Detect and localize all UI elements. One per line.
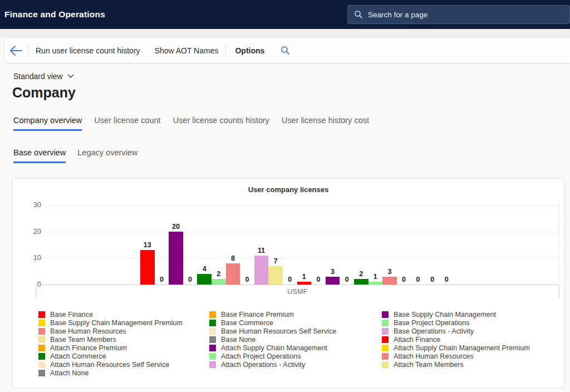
bar-slot: 0: [411, 276, 425, 285]
bar-slot: 2: [212, 270, 226, 285]
legend-swatch: [38, 353, 45, 360]
x-axis-category-label: USMF: [287, 288, 308, 296]
search-placeholder: Search for a page: [368, 11, 428, 19]
legend-label: Base Supply Chain Management Premium: [50, 319, 183, 327]
view-selector-dropdown[interactable]: Standard view: [13, 72, 74, 81]
bar: [140, 250, 155, 285]
tab-company-overview[interactable]: Company overview: [13, 116, 82, 131]
bar-slot: 0: [439, 276, 454, 285]
legend-label: Base Team Members: [50, 336, 116, 344]
bar-value-label: 0: [345, 276, 349, 284]
bar-value-label: 0: [160, 276, 164, 284]
legend-item: Attach Supply Chain Management Premium: [382, 344, 530, 352]
run-user-license-count-history-button[interactable]: Run user license count history: [29, 46, 147, 55]
bar-slot: 0: [155, 276, 169, 285]
bar-value-label: 1: [374, 273, 377, 281]
bar: [326, 277, 340, 285]
back-button[interactable]: [4, 45, 28, 57]
bar-slot: 0: [425, 276, 440, 285]
legend-item: Attach Human Resources Self Service: [38, 360, 209, 369]
bar-value-label: 0: [416, 276, 420, 284]
plot-right-border: [559, 201, 559, 285]
bar-slot: 0: [240, 276, 254, 285]
legend-item: Base Supply Chain Management: [382, 310, 530, 318]
legend-swatch: [38, 345, 45, 351]
bar: [254, 256, 269, 285]
bar-slot: 8: [226, 254, 240, 285]
bar: [354, 279, 368, 285]
bar-value-label: 4: [203, 265, 207, 273]
bar-slot: 2: [354, 270, 368, 285]
legend-item: Base Human Resources Self Service: [209, 327, 382, 335]
legend-label: Base Commerce: [221, 319, 273, 327]
bar-value-label: 0: [245, 276, 249, 284]
legend-item: Attach Finance: [382, 335, 530, 344]
legend-item: Attach Supply Chain Management: [209, 344, 382, 352]
legend-swatch: [209, 311, 216, 318]
legend-swatch: [209, 328, 216, 335]
legend-swatch: [38, 361, 45, 368]
legend-swatch: [382, 353, 389, 360]
legend-item: Base Finance: [38, 310, 209, 318]
bar-slot: 7: [268, 257, 283, 285]
legend-swatch: [209, 336, 216, 343]
legend-swatch: [38, 328, 45, 335]
chart-title: User company licenses: [12, 185, 564, 194]
bar: [226, 263, 240, 285]
bar-value-label: 2: [217, 270, 220, 278]
legend-item: Base Finance Premium: [209, 310, 382, 318]
legend-swatch: [209, 320, 216, 326]
page-tabs: Company overview User license count User…: [13, 116, 369, 131]
view-selector-label: Standard view: [13, 72, 63, 81]
legend-label: Base Supply Chain Management: [394, 311, 496, 318]
legend-swatch: [382, 345, 389, 351]
legend-item: Attach None: [38, 369, 209, 377]
legend-swatch: [382, 361, 389, 368]
page-search-input[interactable]: Search for a page: [347, 5, 570, 24]
legend-item: Attach Human Resources: [382, 352, 530, 360]
subtab-legacy-overview[interactable]: Legacy overview: [77, 148, 137, 163]
legend-label: Attach Team Members: [394, 361, 464, 369]
legend-label: Base Operations - Activity: [394, 327, 474, 335]
action-search-button[interactable]: [281, 46, 290, 55]
bar-value-label: 20: [172, 223, 180, 231]
options-button[interactable]: Options: [228, 46, 271, 55]
header-strip: [0, 29, 570, 38]
show-aot-names-button[interactable]: Show AOT Names: [148, 46, 225, 55]
sub-tabs: Base overview Legacy overview: [13, 148, 137, 163]
bar-slot: 1: [368, 273, 383, 285]
legend-swatch: [38, 320, 45, 326]
tab-user-license-counts-history[interactable]: User license counts history: [173, 116, 269, 131]
app-title: Finance and Operations: [4, 9, 105, 19]
legend-label: Base Project Operations: [394, 319, 470, 327]
tab-user-license-count[interactable]: User license count: [94, 116, 160, 131]
chevron-down-icon: [67, 74, 74, 79]
tab-user-license-history-cost[interactable]: User license history cost: [282, 116, 369, 131]
legend-item: Base None: [209, 335, 382, 344]
bar-value-label: 0: [316, 276, 320, 284]
subtab-base-overview[interactable]: Base overview: [13, 148, 66, 163]
bar-slot: 4: [197, 265, 212, 285]
bar-value-label: 3: [331, 268, 335, 276]
legend-swatch: [209, 361, 216, 368]
legend-swatch: [382, 328, 389, 335]
legend-item: Attach Operations - Activity: [209, 360, 382, 369]
legend-label: Base Finance: [50, 311, 93, 318]
bar: [197, 274, 212, 285]
bar-value-label: 7: [274, 257, 278, 266]
legend-label: Attach Finance Premium: [50, 344, 127, 352]
bar-slot: 3: [326, 268, 340, 285]
bar-value-label: 0: [430, 276, 434, 284]
legend-label: Base None: [221, 336, 255, 344]
legend-item: Attach Team Members: [382, 360, 530, 369]
legend-item: Attach Finance Premium: [38, 344, 209, 352]
chart-card: User company licenses 0102030 1302004280…: [12, 178, 565, 388]
legend-label: Attach Commerce: [50, 352, 106, 360]
action-bar-divider: [225, 43, 226, 58]
legend-item: Base Team Members: [38, 335, 209, 344]
top-nav-bar: Finance and Operations Search for a page: [0, 0, 570, 29]
bar-slot: 20: [169, 223, 183, 285]
legend-label: Attach Supply Chain Management: [221, 344, 327, 352]
bar-value-label: 0: [402, 276, 406, 284]
bar-value-label: 3: [387, 268, 391, 276]
